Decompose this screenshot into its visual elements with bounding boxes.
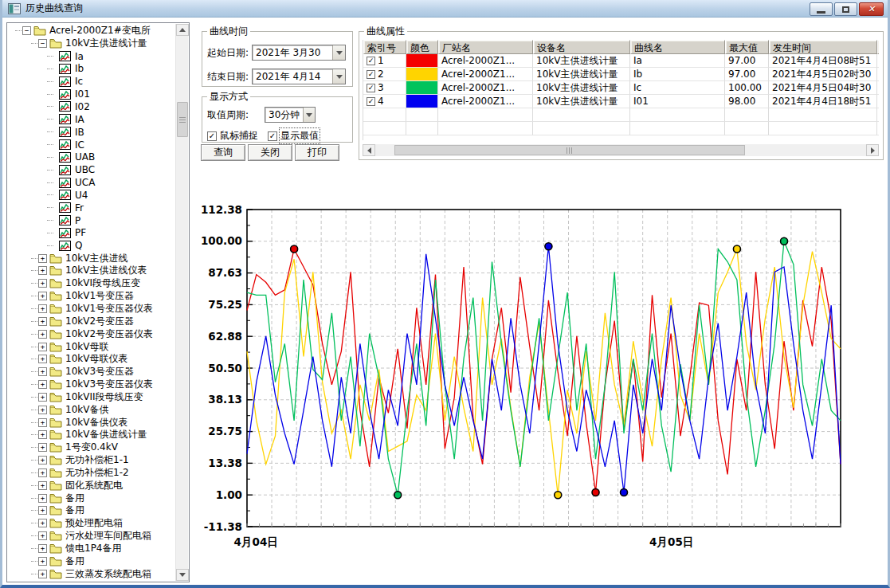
expand-icon[interactable]: + (38, 380, 47, 389)
tree-item-PF[interactable]: PF (8, 227, 175, 240)
print-button[interactable]: 打印 (295, 144, 339, 161)
table-scroll-thumb[interactable] (394, 145, 745, 155)
tree-scroll-down-button[interactable] (176, 569, 189, 581)
expand-icon[interactable]: + (38, 254, 47, 263)
column-header-发生时间[interactable]: 发生时间 (769, 40, 877, 54)
table-row[interactable]: ✓4Acrel-2000Z1...10kV主供进线计量I0198.002021年… (363, 95, 879, 108)
row-checkbox[interactable]: ✓ (367, 70, 375, 79)
close-action-button[interactable]: 关闭 (248, 144, 292, 161)
column-header-颜色[interactable]: 颜色 (406, 40, 438, 54)
column-header-设备名[interactable]: 设备名 (533, 40, 630, 54)
expand-icon[interactable]: + (38, 430, 47, 439)
start-date-dropdown-button[interactable] (332, 45, 345, 60)
tree-item-10kV备供仪表[interactable]: +10kV备供仪表 (8, 416, 175, 429)
tree-item-I02[interactable]: I02 (8, 100, 175, 113)
tree-item-I01[interactable]: I01 (8, 88, 175, 100)
tree-item-10kV主供进线[interactable]: +10kV主供进线 (8, 252, 175, 265)
expand-icon[interactable]: + (38, 544, 47, 553)
table-scroll-left-button[interactable] (363, 144, 375, 156)
tree-item-Ic[interactable]: Ic (8, 75, 175, 88)
expand-icon[interactable]: + (38, 367, 47, 376)
start-date-select[interactable]: 2021年 3月30 (252, 45, 346, 61)
expand-icon[interactable]: + (38, 481, 47, 490)
tree-item-无功补偿柜1-2[interactable]: +无功补偿柜1-2 (8, 467, 175, 480)
column-header-厂站名[interactable]: 厂站名 (438, 40, 533, 54)
expand-icon[interactable]: + (38, 531, 47, 540)
expand-icon[interactable]: + (38, 317, 47, 326)
expand-icon[interactable]: + (38, 519, 47, 527)
tree-item-10kV备供[interactable]: +10kV备供 (8, 403, 175, 416)
tree-item-IB[interactable]: IB (8, 126, 175, 139)
table-row[interactable] (363, 122, 879, 135)
tree-item-UBC[interactable]: UBC (8, 163, 175, 176)
tree-item-10kVII段母线压变[interactable]: +10kVII段母线压变 (8, 390, 175, 403)
tree-item-10kV主供进线仪表[interactable]: +10kV主供进线仪表 (8, 265, 175, 277)
maximize-button[interactable] (834, 2, 857, 16)
tree-item-10kV3号变压器仪表[interactable]: +10kV3号变压器仪表 (8, 378, 175, 391)
period-select[interactable]: 30分钟 (265, 107, 316, 123)
row-checkbox[interactable]: ✓ (367, 84, 375, 92)
expand-icon[interactable]: + (38, 406, 47, 414)
minimize-button[interactable] (810, 2, 833, 16)
row-checkbox[interactable]: ✓ (367, 97, 375, 106)
table-row[interactable]: ✓3Acrel-2000Z1...10kV主供进线计量Ic100.002021年… (363, 81, 879, 95)
tree-item-备用[interactable]: +备用 (8, 504, 175, 517)
tree-item-Acrel-2000Z1#变电所[interactable]: −Acrel-2000Z1#变电所 (8, 25, 175, 37)
tree-item-备用[interactable]: +备用 (8, 492, 175, 504)
column-header-索引号[interactable]: 索引号 (363, 40, 406, 54)
expand-icon[interactable]: + (38, 330, 47, 339)
tree-item-10kV备供进线计量[interactable]: +10kV备供进线计量 (8, 429, 175, 441)
tree-item-三效蒸发系统配电箱[interactable]: +三效蒸发系统配电箱 (8, 567, 175, 580)
tree-item-Q[interactable]: Q (8, 239, 175, 252)
tree-item-1号变0.4kV[interactable]: +1号变0.4kV (8, 441, 175, 454)
table-row[interactable] (363, 108, 879, 122)
expand-icon[interactable]: + (38, 557, 47, 566)
show-extremes-checkbox[interactable]: ✓ (268, 131, 277, 141)
tree-scroll-thumb[interactable] (177, 102, 188, 137)
tree-item-10kV母联[interactable]: +10kV母联 (8, 340, 175, 353)
table-row[interactable]: ✓2Acrel-2000Z1...10kV主供进线计量Ib97.002021年4… (363, 68, 879, 81)
column-header-曲线名[interactable]: 曲线名 (630, 40, 725, 54)
tree-item-污水处理车间配电箱[interactable]: +污水处理车间配电箱 (8, 530, 175, 543)
tree-item-10kV1号变压器仪表[interactable]: +10kV1号变压器仪表 (8, 303, 175, 316)
column-header-最大值[interactable]: 最大值 (725, 40, 769, 54)
tree-item-预处理配电箱[interactable]: +预处理配电箱 (8, 517, 175, 530)
tree-item-馈电1P4备用[interactable]: +馈电1P4备用 (8, 543, 175, 555)
tree-item-10kV主供进线计量[interactable]: −10kV主供进线计量 (8, 37, 175, 50)
expand-icon[interactable]: + (38, 418, 47, 427)
expand-icon[interactable]: + (38, 304, 47, 313)
expand-icon[interactable]: + (38, 343, 47, 351)
tree-item-10kVI段母线压变[interactable]: +10kVI段母线压变 (8, 277, 175, 290)
tree-scroll-up-button[interactable] (176, 24, 189, 36)
expand-icon[interactable]: + (38, 279, 47, 288)
tree-item-IA[interactable]: IA (8, 113, 175, 126)
tree-item-P[interactable]: P (8, 214, 175, 227)
tree-item-固化系统配电[interactable]: +固化系统配电 (8, 479, 175, 492)
close-button[interactable]: ✕ (859, 2, 884, 16)
row-checkbox[interactable]: ✓ (367, 57, 375, 65)
expand-icon[interactable]: + (38, 506, 47, 515)
collapse-icon[interactable]: − (38, 39, 47, 48)
period-dropdown-button[interactable] (303, 108, 315, 122)
expand-icon[interactable]: + (38, 494, 47, 503)
expand-icon[interactable]: + (38, 393, 47, 402)
tree-item-Ia[interactable]: Ia (8, 50, 175, 63)
tree-item-Fr[interactable]: Fr (8, 202, 175, 214)
table-hscrollbar[interactable] (363, 144, 879, 156)
tree-item-UAB[interactable]: UAB (8, 151, 175, 163)
tree-item-Ib[interactable]: Ib (8, 63, 175, 76)
tree-item-10kV3号变压器[interactable]: +10kV3号变压器 (8, 366, 175, 378)
tree-item-UCA[interactable]: UCA (8, 176, 175, 189)
tree-item-备用[interactable]: +备用 (8, 555, 175, 567)
tree-item-U4[interactable]: U4 (8, 189, 175, 202)
expand-icon[interactable]: + (38, 468, 47, 477)
table-scroll-right-button[interactable] (866, 144, 879, 156)
tree-item-10kV母联仪表[interactable]: +10kV母联仪表 (8, 353, 175, 366)
expand-icon[interactable]: + (38, 355, 47, 363)
expand-icon[interactable]: + (38, 456, 47, 465)
tree-item-10kV2号变压器仪表[interactable]: +10kV2号变压器仪表 (8, 327, 175, 340)
tree-item-10kV2号变压器[interactable]: +10kV2号变压器 (8, 315, 175, 327)
tree-scrollbar[interactable] (175, 24, 188, 581)
tree-item-IC[interactable]: IC (8, 139, 175, 151)
collapse-icon[interactable]: − (22, 26, 31, 35)
